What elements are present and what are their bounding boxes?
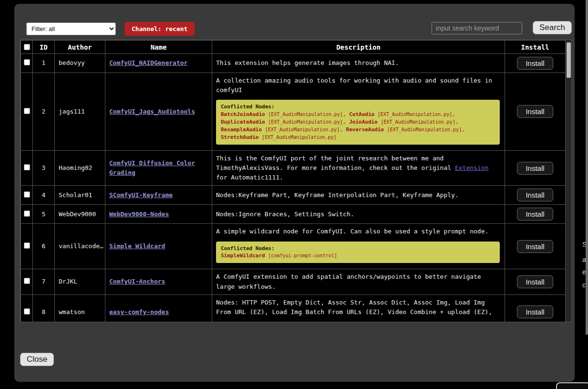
cell-author: Haoming02 <box>55 150 105 185</box>
cell-name: SComfyUI-Keyframe <box>105 186 212 205</box>
cell-author: Scholar01 <box>55 186 105 205</box>
cell-install: Install <box>505 205 566 224</box>
row-checkbox[interactable] <box>24 191 30 198</box>
cell-checkbox <box>21 186 33 205</box>
cell-checkbox <box>21 294 33 322</box>
row-checkbox[interactable] <box>24 308 30 315</box>
cell-id: 3 <box>33 150 55 185</box>
cell-name: Simple Wildcard <box>105 224 212 269</box>
cell-description: Nodes: HTTP POST, Empty Dict, Assoc Str,… <box>212 294 505 322</box>
channel-badge: Channel: recent <box>124 22 195 36</box>
conflicted-nodes-box: Conflicted Nodes:SimpleWildcard [comfyui… <box>216 242 500 263</box>
table-row: 3Haoming02ComfyUI Diffusion Color Gradin… <box>21 150 566 185</box>
cell-name: easy-comfy-nodes <box>105 294 212 322</box>
cell-checkbox <box>21 150 33 185</box>
install-button[interactable]: Install <box>517 105 553 118</box>
description-link[interactable]: Extension <box>455 164 488 171</box>
extension-name-link[interactable]: WebDev9000-Nodes <box>109 210 169 218</box>
table-row: 4Scholar01SComfyUI-KeyframeNodes:Keyfram… <box>21 186 566 205</box>
edge-text-fragment: c <box>582 281 586 289</box>
install-button[interactable]: Install <box>517 275 553 288</box>
install-button[interactable]: Install <box>517 162 553 175</box>
cell-description: This is the ComfyUI port of the joint re… <box>212 150 505 185</box>
row-checkbox[interactable] <box>24 59 30 65</box>
row-checkbox[interactable] <box>24 242 30 249</box>
table-row: 1bedovyyComfyUI_NAIDGeneratorThis extens… <box>21 54 566 73</box>
cell-install: Install <box>505 269 566 294</box>
cell-install: Install <box>505 54 566 73</box>
cell-author: DrJKL <box>55 269 105 294</box>
cell-name: ComfyUI-Anchors <box>105 269 212 294</box>
cell-install: Install <box>505 73 566 151</box>
cell-name: ComfyUI Diffusion Color Grading <box>105 150 212 185</box>
cell-checkbox <box>21 205 33 224</box>
cell-author: jags111 <box>55 73 105 151</box>
extension-name-link[interactable]: ComfyUI-Anchors <box>109 278 165 285</box>
close-button[interactable]: Close <box>20 353 54 366</box>
table-scrollbar-thumb[interactable] <box>567 42 571 78</box>
cell-name: ComfyUI_Jags_Audiotools <box>105 73 212 151</box>
custom-nodes-table: IDAuthorNameDescriptionInstall 1bedovyyC… <box>21 40 566 322</box>
install-button[interactable]: Install <box>517 57 553 70</box>
cell-checkbox <box>21 54 33 73</box>
install-custom-nodes-dialog: Filter: all Channel: recent Search IDAut… <box>14 4 575 382</box>
table-viewport: IDAuthorNameDescriptionInstall 1bedovyyC… <box>20 40 566 322</box>
cell-description: Nodes:Keyframe Part, Keyframe Interpolat… <box>212 186 505 205</box>
table-row: 5WebDev9000WebDev9000-NodesNodes:Ignore … <box>21 205 566 224</box>
search-input[interactable] <box>432 22 522 34</box>
row-checkbox[interactable] <box>24 164 30 170</box>
table-row: 8wmatsoneasy-comfy-nodesNodes: HTTP POST… <box>21 294 566 322</box>
search-button[interactable]: Search <box>533 21 572 34</box>
table-row: 6vanillacode…Simple WildcardA simple wil… <box>21 224 566 269</box>
cell-install: Install <box>505 294 566 322</box>
header-id: ID <box>33 41 55 54</box>
filter-select[interactable]: Filter: all <box>26 22 116 35</box>
page-scrollbar[interactable] <box>586 0 588 335</box>
extension-name-link[interactable]: ComfyUI Diffusion Color Grading <box>109 159 195 176</box>
conflicted-nodes-title: Conflicted Nodes: <box>221 103 495 111</box>
install-button[interactable]: Install <box>517 189 553 201</box>
cell-author: bedovyy <box>55 54 105 73</box>
header-install: Install <box>505 41 566 54</box>
cell-checkbox <box>21 269 33 294</box>
cell-install: Install <box>505 186 566 205</box>
extension-name-link[interactable]: SComfyUI-Keyframe <box>109 191 173 199</box>
cell-id: 2 <box>33 73 55 151</box>
row-checkbox[interactable] <box>24 210 30 217</box>
cell-install: Install <box>505 224 566 269</box>
select-all-checkbox[interactable] <box>24 44 30 50</box>
install-button[interactable]: Install <box>517 208 553 221</box>
partial-corner-button[interactable] <box>556 382 588 389</box>
table-scrollbar[interactable] <box>566 40 572 322</box>
table-head: IDAuthorNameDescriptionInstall <box>21 41 566 54</box>
cell-description: A ComfyUI extension to add spatial ancho… <box>212 269 505 294</box>
extension-name-link[interactable]: ComfyUI_Jags_Audiotools <box>109 108 195 115</box>
cell-description: This extension helps generate images thr… <box>212 54 505 73</box>
table-body: 1bedovyyComfyUI_NAIDGeneratorThis extens… <box>21 54 566 323</box>
cell-id: 7 <box>33 269 55 294</box>
cell-id: 4 <box>33 186 55 205</box>
conflicted-nodes-box: Conflicted Nodes:BatchJoinAudio [EXT_Aud… <box>216 100 500 145</box>
cell-id: 6 <box>33 224 55 269</box>
cell-author: vanillacode… <box>55 224 105 269</box>
cell-checkbox <box>21 224 33 269</box>
header-check <box>21 41 33 54</box>
header-name: Name <box>105 41 212 54</box>
cell-id: 5 <box>33 205 55 224</box>
cell-id: 8 <box>33 294 55 322</box>
cell-description: Nodes:Ignore Braces, Settings Switch. <box>212 205 505 224</box>
extension-name-link[interactable]: ComfyUI_NAIDGenerator <box>109 59 187 66</box>
header-desc: Description <box>212 41 505 54</box>
cell-description: A collection amazing audio tools for wor… <box>212 73 505 151</box>
table-zone: IDAuthorNameDescriptionInstall 1bedovyyC… <box>20 40 572 322</box>
cell-id: 1 <box>33 54 55 73</box>
row-checkbox[interactable] <box>24 278 30 284</box>
extension-name-link[interactable]: Simple Wildcard <box>109 242 165 250</box>
install-button[interactable]: Install <box>517 305 553 318</box>
cell-description: A simple wildcard node for ComfyUI. Can … <box>212 224 505 269</box>
cell-author: WebDev9000 <box>55 205 105 224</box>
row-checkbox[interactable] <box>24 108 30 114</box>
install-button[interactable]: Install <box>517 240 553 253</box>
cell-name: WebDev9000-Nodes <box>105 205 212 224</box>
extension-name-link[interactable]: easy-comfy-nodes <box>109 308 169 315</box>
